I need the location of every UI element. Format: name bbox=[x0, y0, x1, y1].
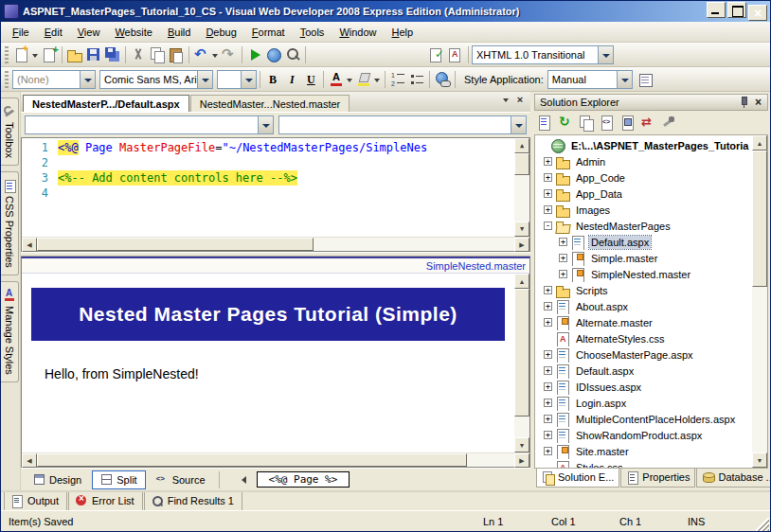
design-horizontal-scrollbar[interactable]: ◀ ▶ bbox=[22, 452, 529, 467]
side-tab-css-properties[interactable]: CSS Properties bbox=[1, 171, 19, 275]
close-panel-icon[interactable] bbox=[751, 96, 765, 109]
add-item-icon[interactable] bbox=[40, 45, 59, 64]
toolbar-grip[interactable] bbox=[5, 71, 9, 88]
split-view-button[interactable]: Split bbox=[92, 470, 145, 489]
tree-item[interactable]: AlternateStyles.css bbox=[535, 330, 752, 346]
menu-debug[interactable]: Debug bbox=[198, 24, 243, 41]
se-view-designer-icon[interactable] bbox=[619, 114, 637, 133]
tree-item[interactable]: +Images bbox=[535, 202, 752, 218]
underline-icon[interactable] bbox=[301, 70, 320, 89]
find-in-files-icon[interactable] bbox=[283, 45, 302, 64]
tag-navigator-left-icon[interactable] bbox=[238, 473, 251, 487]
design-surface[interactable]: Nested Master Pages Tutorial (Simple) He… bbox=[22, 274, 514, 452]
numbered-list-icon[interactable] bbox=[388, 70, 407, 89]
chevron-down-icon[interactable] bbox=[80, 71, 95, 88]
scroll-left-icon[interactable]: ◀ bbox=[22, 453, 37, 468]
se-view-code-icon[interactable] bbox=[598, 114, 617, 133]
open-file-icon[interactable] bbox=[65, 45, 84, 64]
copy-icon[interactable] bbox=[148, 45, 167, 64]
scroll-thumb[interactable] bbox=[514, 153, 529, 175]
panel-tab-properties[interactable]: Properties bbox=[620, 469, 695, 488]
menu-window[interactable]: Window bbox=[332, 24, 384, 41]
scroll-thumb[interactable] bbox=[514, 289, 529, 417]
hyperlink-icon[interactable] bbox=[433, 70, 452, 89]
save-all-icon[interactable] bbox=[103, 45, 122, 64]
chevron-down-icon[interactable] bbox=[511, 116, 526, 133]
tree-item[interactable]: +Alternate.master bbox=[535, 314, 752, 330]
tree-item[interactable]: +App_Data bbox=[535, 186, 752, 202]
menu-help[interactable]: Help bbox=[385, 24, 421, 41]
expand-icon[interactable]: + bbox=[544, 399, 552, 407]
expand-icon[interactable]: + bbox=[544, 350, 552, 359]
chevron-down-icon[interactable] bbox=[346, 70, 354, 89]
expand-icon[interactable]: + bbox=[544, 447, 552, 455]
menu-tools[interactable]: Tools bbox=[293, 24, 332, 41]
resize-grip[interactable] bbox=[756, 518, 769, 531]
scroll-right-icon[interactable]: ▶ bbox=[514, 453, 529, 468]
check-page-icon[interactable] bbox=[427, 45, 446, 64]
tree-item[interactable]: Styles.css bbox=[535, 459, 752, 468]
menu-format[interactable]: Format bbox=[244, 24, 293, 41]
code-area[interactable]: 1<%@ Page MasterPageFile="~/NestedMaster… bbox=[22, 138, 514, 237]
expand-icon[interactable]: + bbox=[544, 205, 552, 214]
scroll-up-icon[interactable]: ▲ bbox=[752, 135, 767, 151]
new-item-icon[interactable] bbox=[12, 45, 31, 64]
tree-item[interactable]: +IDIssues.aspx bbox=[535, 379, 752, 395]
expand-icon[interactable]: + bbox=[559, 238, 567, 246]
start-debug-icon[interactable] bbox=[245, 45, 264, 64]
font-size-combo[interactable] bbox=[217, 70, 257, 89]
view-in-browser-icon[interactable] bbox=[264, 45, 283, 64]
scroll-left-icon[interactable]: ◀ bbox=[22, 238, 37, 252]
tree-item[interactable]: +MultipleContentPlaceHolders.aspx bbox=[535, 411, 752, 427]
italic-icon[interactable] bbox=[282, 70, 301, 89]
event-dropdown[interactable] bbox=[278, 115, 528, 134]
scroll-down-icon[interactable]: ▼ bbox=[752, 452, 767, 468]
tree-item[interactable]: +ChooseMasterPage.aspx bbox=[535, 346, 752, 363]
menu-file[interactable]: File bbox=[5, 24, 37, 41]
menu-website[interactable]: Website bbox=[107, 24, 160, 41]
tree-item[interactable]: +Admin bbox=[535, 153, 752, 169]
menu-build[interactable]: Build bbox=[160, 24, 198, 41]
source-view-button[interactable]: Source bbox=[148, 470, 214, 489]
doctype-combo[interactable]: XHTML 1.0 Transitional bbox=[472, 45, 614, 64]
auto-hide-pin-icon[interactable] bbox=[737, 96, 751, 109]
toolbar-grip[interactable] bbox=[5, 46, 9, 63]
expand-icon[interactable]: + bbox=[544, 286, 552, 294]
expand-icon[interactable]: + bbox=[559, 254, 567, 262]
chevron-down-icon[interactable] bbox=[211, 45, 220, 64]
scroll-track[interactable] bbox=[514, 289, 529, 437]
tree-item[interactable]: +About.aspx bbox=[535, 298, 752, 314]
style-block-icon[interactable] bbox=[446, 45, 465, 64]
tree-item[interactable]: +Default.aspx bbox=[535, 363, 752, 379]
scroll-thumb[interactable] bbox=[37, 238, 314, 251]
bottom-tab-find-results[interactable]: Find Results 1 bbox=[144, 492, 242, 511]
scroll-track[interactable] bbox=[37, 453, 514, 467]
content-text[interactable]: Hello, from SimpleNested! bbox=[45, 366, 514, 381]
expand-icon[interactable]: + bbox=[544, 318, 552, 327]
expand-icon[interactable]: + bbox=[544, 302, 552, 310]
se-aspnet-config-icon[interactable] bbox=[660, 114, 679, 133]
scroll-right-icon[interactable]: ▶ bbox=[514, 238, 529, 252]
chevron-down-icon[interactable] bbox=[598, 46, 613, 63]
se-refresh-icon[interactable] bbox=[556, 114, 575, 133]
tree-vertical-scrollbar[interactable]: ▲ ▼ bbox=[752, 135, 767, 468]
side-tab-manage-styles[interactable]: Manage Styles bbox=[1, 281, 19, 382]
maximize-button[interactable] bbox=[727, 2, 746, 18]
chevron-down-icon[interactable] bbox=[373, 70, 382, 89]
scroll-up-icon[interactable]: ▲ bbox=[514, 138, 529, 153]
se-nest-files-icon[interactable] bbox=[577, 114, 596, 133]
design-view-button[interactable]: Design bbox=[25, 470, 90, 489]
expand-icon[interactable]: + bbox=[544, 382, 552, 391]
panel-tab-database[interactable]: Database ... bbox=[696, 469, 770, 488]
undo-icon[interactable] bbox=[192, 45, 211, 64]
highlight-icon[interactable] bbox=[354, 70, 373, 89]
save-icon[interactable] bbox=[84, 45, 103, 64]
tree-item[interactable]: +Scripts bbox=[535, 282, 752, 298]
scroll-track[interactable] bbox=[37, 238, 514, 251]
source-horizontal-scrollbar[interactable]: ◀ ▶ bbox=[22, 237, 529, 251]
tree-item[interactable]: +Site.master bbox=[535, 443, 752, 459]
target-rule-combo[interactable]: (None) bbox=[12, 70, 96, 89]
close-document-icon[interactable]: × bbox=[513, 93, 527, 106]
paste-icon[interactable] bbox=[167, 45, 186, 64]
panel-tab-solution-explorer[interactable]: Solution E... bbox=[536, 469, 619, 488]
